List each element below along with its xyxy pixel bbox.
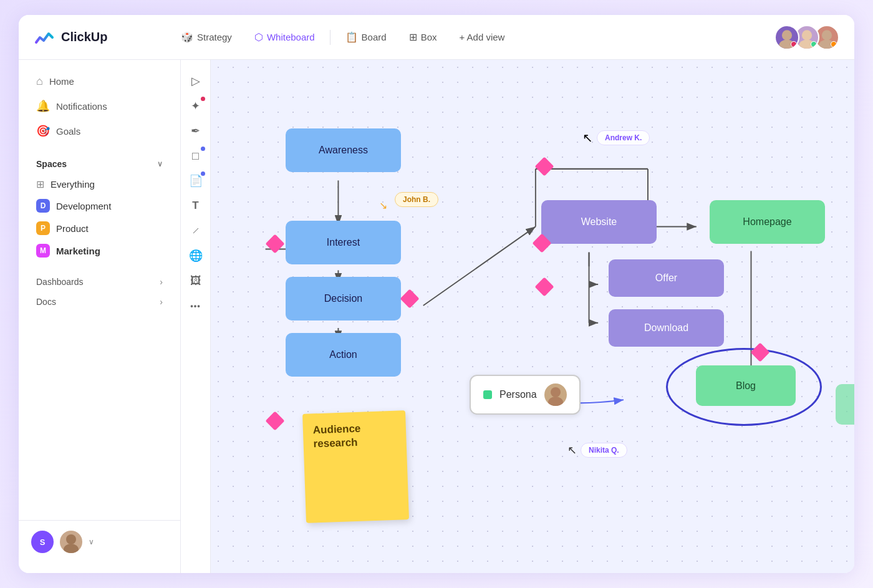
node-edge-partial	[836, 384, 854, 425]
tool-connector[interactable]: ⟋	[185, 219, 207, 242]
home-icon: ⌂	[36, 75, 43, 88]
board-icon: 📋	[345, 31, 358, 43]
canvas-area: ▷ ✦ ✒ □ 📄 T ⟋ 🌐 🖼 •••	[181, 60, 854, 573]
svg-line-19	[423, 226, 536, 306]
persona-face	[544, 383, 567, 406]
rectangle-icon: □	[192, 150, 199, 163]
sidebar-bottom: S ∨	[19, 520, 180, 563]
tool-more[interactable]: •••	[185, 294, 207, 317]
sidebar-item-everything[interactable]: ⊞ Everything	[19, 174, 180, 195]
product-badge: P	[36, 221, 50, 235]
sidebar-item-development[interactable]: D Development	[19, 195, 180, 217]
shapes-icon: ✦	[191, 99, 200, 113]
cursor-john: ↘	[379, 200, 387, 211]
cursor-icon-nikita: ↖	[567, 443, 577, 457]
sidebar-item-product[interactable]: P Product	[19, 217, 180, 239]
toolbar: ▷ ✦ ✒ □ 📄 T ⟋ 🌐 🖼 •••	[181, 60, 211, 573]
user-initial-avatar: S	[31, 531, 54, 553]
app-container: ClickUp 🎲 Strategy ⬡ Whiteboard 📋 Board …	[19, 15, 854, 573]
diamond-bottom-left	[265, 411, 284, 430]
shapes-dot	[201, 97, 205, 101]
node-interest[interactable]: Interest	[286, 221, 401, 264]
svg-point-4	[822, 30, 832, 40]
avatar-dot-1	[791, 41, 797, 47]
logo-icon	[34, 26, 56, 49]
sidebar-item-notifications[interactable]: 🔔 Notifications	[29, 94, 170, 118]
header-avatars	[774, 25, 839, 50]
sidebar-item-marketing[interactable]: M Marketing	[19, 239, 180, 262]
node-awareness[interactable]: Awareness	[286, 128, 401, 172]
bell-icon: 🔔	[36, 99, 50, 113]
svg-point-26	[548, 397, 563, 406]
andrew-label: Andrew K.	[597, 130, 650, 145]
persona-green-dot	[483, 390, 492, 399]
logo-text: ClickUp	[61, 30, 107, 44]
avatar-dot-3	[831, 41, 837, 47]
tool-pen[interactable]: ✒	[185, 120, 207, 142]
sidebar-item-home[interactable]: ⌂ Home	[29, 70, 170, 93]
avatar-1	[774, 25, 799, 50]
tool-rectangle[interactable]: □	[185, 145, 207, 167]
svg-point-7	[64, 544, 79, 553]
rect-dot	[201, 147, 205, 151]
sidebar-item-dashboards[interactable]: Dashboards ›	[19, 272, 180, 292]
diamond-blog	[750, 342, 769, 362]
node-download[interactable]: Download	[609, 309, 724, 347]
tab-divider	[330, 30, 330, 45]
marketing-badge: M	[36, 244, 50, 258]
spaces-chevron[interactable]: ∨	[157, 160, 163, 168]
goals-icon: 🎯	[36, 124, 50, 138]
node-decision[interactable]: Decision	[286, 277, 401, 321]
tab-board[interactable]: 📋 Board	[335, 26, 397, 48]
cursor-icon-andrew: ↖	[582, 130, 593, 145]
tab-add-view[interactable]: + Add view	[449, 27, 514, 47]
everything-icon: ⊞	[36, 178, 44, 190]
tool-image[interactable]: 🖼	[185, 269, 207, 292]
strategy-icon: 🎲	[181, 31, 193, 43]
spaces-section-title: Spaces ∨	[19, 154, 180, 174]
diamond-website-right	[534, 277, 554, 296]
box-icon: ⊞	[409, 31, 417, 43]
chevron-down-icon: ∨	[89, 537, 94, 546]
logo: ClickUp	[34, 26, 171, 49]
tabs: 🎲 Strategy ⬡ Whiteboard 📋 Board ⊞ Box + …	[171, 26, 774, 48]
tab-strategy[interactable]: 🎲 Strategy	[171, 26, 242, 48]
avatar-dot-2	[811, 41, 817, 47]
whiteboard-canvas[interactable]: Awareness Interest Decision Action Websi…	[211, 60, 854, 573]
sidebar-item-goals[interactable]: 🎯 Goals	[29, 119, 170, 143]
persona-card[interactable]: Persona	[470, 375, 581, 415]
node-homepage[interactable]: Homepage	[710, 200, 825, 244]
avatar-group	[774, 25, 839, 50]
sidebar: ⌂ Home 🔔 Notifications 🎯 Goals Spaces ∨ …	[19, 60, 181, 573]
diamond-left	[265, 234, 284, 253]
cursor-andrew: ↖ Andrew K.	[582, 130, 650, 145]
header: ClickUp 🎲 Strategy ⬡ Whiteboard 📋 Board …	[19, 15, 854, 60]
user-photo-avatar	[60, 531, 82, 553]
node-offer[interactable]: Offer	[609, 259, 724, 297]
node-blog[interactable]: Blog	[696, 365, 796, 406]
tab-whiteboard[interactable]: ⬡ Whiteboard	[244, 26, 325, 48]
node-action[interactable]: Action	[286, 333, 401, 377]
diamond-top	[534, 157, 554, 176]
sidebar-item-docs[interactable]: Docs ›	[19, 292, 180, 312]
main: ⌂ Home 🔔 Notifications 🎯 Goals Spaces ∨ …	[19, 60, 854, 573]
tool-sticky[interactable]: 📄	[185, 170, 207, 192]
tool-cursor[interactable]: ▷	[185, 70, 207, 92]
tool-shapes[interactable]: ✦	[185, 95, 207, 117]
tool-text[interactable]: T	[185, 195, 207, 217]
sidebar-nav: ⌂ Home 🔔 Notifications 🎯 Goals	[19, 70, 180, 144]
svg-point-25	[551, 387, 561, 397]
development-badge: D	[36, 199, 50, 213]
sticky-note-audience[interactable]: Audienceresearch	[302, 410, 409, 523]
svg-point-0	[782, 30, 792, 40]
tab-box[interactable]: ⊞ Box	[399, 26, 447, 48]
svg-point-2	[802, 30, 812, 40]
sticky-icon: 📄	[189, 174, 203, 188]
diamond-decision	[400, 289, 419, 308]
svg-point-6	[66, 534, 76, 544]
nikita-label: Nikita Q.	[581, 443, 627, 458]
sticky-dot	[201, 171, 205, 176]
tool-globe[interactable]: 🌐	[185, 244, 207, 267]
john-label: John B.	[395, 192, 438, 207]
node-website[interactable]: Website	[541, 200, 657, 244]
